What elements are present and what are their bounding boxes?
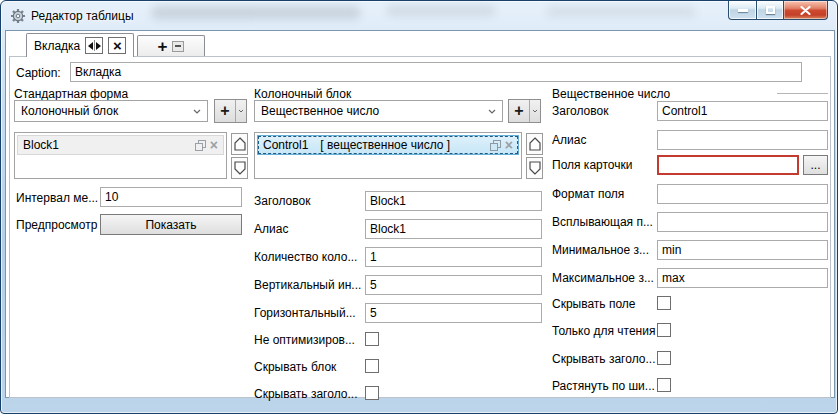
controls-list: Control1 [ вещественное число ] × xyxy=(254,132,522,179)
move-down-button[interactable] xyxy=(526,157,543,179)
maximize-icon xyxy=(766,6,775,14)
column-count-input[interactable] xyxy=(365,247,542,267)
pentagon-arrow-up-icon xyxy=(529,137,541,151)
move-up-button[interactable] xyxy=(231,133,248,155)
add-control-dropdown[interactable] xyxy=(529,100,540,122)
move-up-button[interactable] xyxy=(526,133,543,155)
minimize-icon xyxy=(738,9,748,12)
field-label: Вертикальный ин... xyxy=(254,278,361,292)
plus-icon: + xyxy=(158,38,168,55)
checkbox-label: Растянуть по ши... xyxy=(552,379,655,393)
tab-page: Caption: Стандартная форма Колоночный бл… xyxy=(9,56,831,398)
block-header-input[interactable] xyxy=(365,191,542,211)
close-button[interactable] xyxy=(783,1,828,20)
window-controls xyxy=(729,1,828,20)
list-item-block1[interactable]: Block1 × xyxy=(17,135,224,155)
selected-option: Вещественное число xyxy=(261,104,379,118)
gear-icon xyxy=(10,8,26,24)
duplicate-icon[interactable] xyxy=(490,140,501,151)
field-label: Горизонтальный... xyxy=(254,306,356,320)
close-icon xyxy=(800,6,811,15)
not-optimized-checkbox[interactable] xyxy=(365,332,379,346)
control-type-select[interactable]: Вещественное число xyxy=(254,100,503,122)
standard-form-title: Стандартная форма xyxy=(14,87,128,101)
hide-block-checkbox[interactable] xyxy=(365,359,379,373)
field-label: Максимальное з... xyxy=(552,271,654,285)
tab-reorder-button[interactable] xyxy=(85,37,103,54)
horizontal-interval-input[interactable] xyxy=(365,303,542,323)
checkbox-label: Скрывать поле xyxy=(552,297,636,311)
selected-option: Колоночный блок xyxy=(21,104,118,118)
item-label: Block1 xyxy=(23,138,59,152)
control-alias-input[interactable] xyxy=(657,130,828,150)
tab-list-dropdown-icon[interactable] xyxy=(172,41,184,52)
duplicate-icon[interactable] xyxy=(195,140,206,151)
maximize-button[interactable] xyxy=(756,1,784,20)
add-block-button[interactable]: + xyxy=(215,100,235,122)
title-bar[interactable]: Редактор таблицы xyxy=(1,1,837,31)
hide-block-header-checkbox[interactable] xyxy=(365,386,379,400)
real-number-title: Вещественное число xyxy=(552,87,670,101)
block-type-select[interactable]: Колоночный блок xyxy=(14,100,208,122)
minimize-button[interactable] xyxy=(728,1,757,20)
item-label: Control1 xyxy=(263,138,308,152)
tab-vkladka[interactable]: Вкладка × xyxy=(26,33,134,57)
tab-close-button[interactable]: × xyxy=(108,37,126,54)
field-label: Алиас xyxy=(552,133,586,147)
vertical-interval-input[interactable] xyxy=(365,275,542,295)
glass-blur-artifact xyxy=(151,6,361,19)
max-value-input[interactable] xyxy=(657,268,828,288)
hide-field-checkbox[interactable] xyxy=(657,296,671,310)
glass-blur-artifact xyxy=(386,5,496,16)
tab-label: Вкладка xyxy=(34,39,80,53)
control-header-input[interactable] xyxy=(657,101,828,121)
divider xyxy=(94,40,95,51)
field-label: Заголовок xyxy=(552,104,608,118)
checkbox-label: Скрывать блок xyxy=(254,360,336,374)
browse-button[interactable]: ... xyxy=(803,155,828,175)
add-block-split-button: + xyxy=(214,99,247,123)
field-label: Алиас xyxy=(254,222,288,236)
chevron-down-icon xyxy=(532,109,538,113)
window-title: Редактор таблицы xyxy=(31,9,134,23)
min-value-input[interactable] xyxy=(657,240,828,260)
chevron-down-icon xyxy=(488,109,496,114)
plus-icon: + xyxy=(514,102,523,120)
block-alias-input[interactable] xyxy=(365,219,542,239)
field-label: Заголовок xyxy=(254,194,310,208)
column-block-title: Колоночный блок xyxy=(254,87,351,101)
remove-icon[interactable]: × xyxy=(505,138,513,152)
stretch-width-checkbox[interactable] xyxy=(657,378,671,392)
item-type-label: [ вещественное число ] xyxy=(320,138,450,152)
move-down-button[interactable] xyxy=(231,157,248,179)
remove-icon[interactable]: × xyxy=(210,138,218,152)
card-fields-input[interactable] xyxy=(657,155,799,175)
checkbox-label: Скрывать заголо... xyxy=(552,352,655,366)
show-preview-button[interactable]: Показать xyxy=(100,214,242,235)
add-control-button[interactable]: + xyxy=(509,100,529,122)
table-editor-window: Редактор таблицы Вкладка × + C xyxy=(0,0,838,414)
glass-blur-artifact xyxy=(546,6,696,17)
add-tab-button[interactable]: + xyxy=(137,35,205,56)
caption-input[interactable] xyxy=(70,62,802,82)
chevron-down-icon xyxy=(238,109,244,113)
interval-input[interactable] xyxy=(100,187,242,207)
list-item-control1[interactable]: Control1 [ вещественное число ] × xyxy=(257,135,519,155)
checkbox-label: Не оптимизиров... xyxy=(254,333,355,347)
checkbox-label: Скрывать заголо... xyxy=(254,387,357,401)
field-label: Количество коло... xyxy=(254,250,357,264)
pentagon-arrow-up-icon xyxy=(234,137,246,151)
field-label: Минимальное з... xyxy=(552,243,649,257)
arrow-right-icon xyxy=(96,42,101,50)
field-format-input[interactable] xyxy=(657,184,828,204)
plus-icon: + xyxy=(220,102,229,120)
read-only-checkbox[interactable] xyxy=(657,323,671,337)
add-block-dropdown[interactable] xyxy=(235,100,246,122)
close-icon: × xyxy=(113,38,122,53)
field-label: Поля карточки xyxy=(552,158,632,172)
arrow-left-icon xyxy=(88,42,93,50)
hide-header-checkbox[interactable] xyxy=(657,351,671,365)
caption-label: Caption: xyxy=(16,66,61,80)
pentagon-arrow-down-icon xyxy=(529,161,541,175)
tooltip-input[interactable] xyxy=(657,212,828,232)
